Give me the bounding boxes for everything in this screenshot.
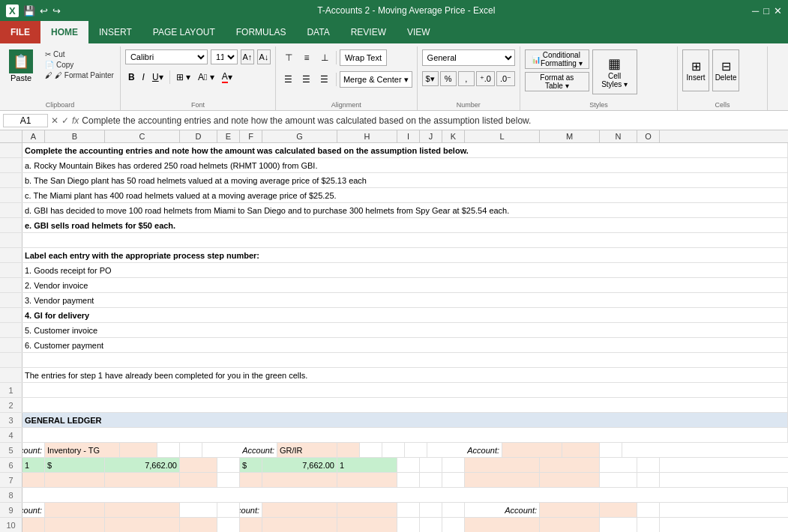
cell[interactable] [45,503,105,517]
cell[interactable] [637,473,660,487]
confirm-formula-icon[interactable]: ✓ [61,115,69,126]
cell[interactable] [262,473,337,487]
cell[interactable] [22,473,45,487]
cell[interactable] [637,518,660,532]
cell[interactable] [22,383,788,397]
cell[interactable]: Account: [22,503,45,517]
col-header-f[interactable]: F [240,130,262,142]
undo-icon[interactable]: ↩ [40,5,48,16]
align-middle-button[interactable]: ≡ [298,50,315,65]
cell[interactable] [465,473,540,487]
col-header-d[interactable]: D [180,130,217,142]
bold-button[interactable]: B [125,70,138,84]
cell[interactable] [22,518,45,532]
underline-button[interactable]: U ▾ [149,70,166,84]
tab-insert[interactable]: INSERT [88,21,142,43]
restore-icon[interactable]: □ [763,5,769,16]
cell[interactable] [180,503,217,517]
col-header-j[interactable]: J [420,130,442,142]
cell[interactable] [420,518,442,532]
cell[interactable]: Complete the accounting entries and note… [22,143,788,157]
cell[interactable] [180,518,217,532]
save-icon[interactable]: 💾 [23,5,35,16]
cell[interactable] [382,443,405,457]
cell[interactable] [22,488,788,502]
cell[interactable]: 5. Customer invoice [22,323,788,337]
conditional-formatting-button[interactable]: 📊 ConditionalFormatting ▾ [525,49,589,69]
cell[interactable]: 1. Goods receipt for PO [22,263,788,277]
cell[interactable] [45,473,105,487]
cell[interactable]: 2. Vendor invoice [22,278,788,292]
cell[interactable]: Account: [240,503,262,517]
merge-center-button[interactable]: Merge & Center▾ [340,71,412,88]
cell[interactable] [420,458,442,472]
wrap-text-button[interactable]: Wrap Text [340,49,387,66]
cancel-formula-icon[interactable]: ✕ [51,115,58,126]
cell[interactable]: Account: [202,443,277,457]
close-icon[interactable]: ✕ [774,5,782,16]
number-format-select[interactable]: General [422,49,516,66]
align-right-button[interactable]: ☰ [316,72,333,87]
cut-button[interactable]: ✂ Cut [43,49,115,59]
cell[interactable] [540,473,600,487]
cell[interactable] [420,503,442,517]
align-top-button[interactable]: ⊤ [280,50,297,65]
tab-file[interactable]: FILE [0,21,40,43]
format-as-table-button[interactable]: Format asTable ▾ [525,72,589,91]
cell[interactable]: a. Rocky Mountain Bikes has ordered 250 … [22,158,788,172]
align-left-button[interactable]: ☰ [280,72,297,87]
cell[interactable] [105,518,180,532]
font-size-select[interactable]: 11 [211,49,238,64]
cell[interactable]: GENERAL LEDGER [22,413,788,427]
font-shrink-button[interactable]: A↓ [257,49,271,64]
border-button[interactable]: ⊞ ▾ [173,70,193,84]
cell-reference-input[interactable] [3,114,48,127]
cell[interactable]: 3. Vendor payment [22,293,788,307]
cell[interactable]: Label each entry with the appropriate pr… [22,248,788,262]
align-bottom-button[interactable]: ⊥ [316,50,333,65]
cell[interactable] [105,473,180,487]
cell[interactable] [337,518,397,532]
cell[interactable] [217,473,240,487]
cell[interactable] [600,503,637,517]
cell[interactable] [217,518,240,532]
copy-button[interactable]: 📄 Copy [43,60,115,70]
col-header-o[interactable]: O [637,130,660,142]
cell[interactable] [540,518,600,532]
font-color-button[interactable]: A ▾ [219,70,235,85]
cell[interactable] [600,473,637,487]
cell[interactable] [397,458,420,472]
tab-page-layout[interactable]: PAGE LAYOUT [142,21,226,43]
cell[interactable] [502,443,562,457]
minimize-icon[interactable]: ─ [752,5,759,16]
col-header-b[interactable]: B [45,130,105,142]
cell[interactable]: GR/IR [277,443,337,457]
font-name-select[interactable]: Calibri [125,49,208,64]
currency-button[interactable]: $▾ [422,71,439,86]
cell[interactable]: d. GBI has decided to move 100 road helm… [22,203,788,217]
cell[interactable]: Account: [465,503,540,517]
decrease-decimal-button[interactable]: ⁺.0 [476,71,495,86]
font-grow-button[interactable]: A↑ [241,49,254,64]
cell[interactable]: c. The Miami plant has 400 road helmets … [22,188,788,202]
cell[interactable] [442,503,465,517]
col-header-m[interactable]: M [540,130,600,142]
cell[interactable] [637,503,660,517]
cell[interactable]: $ [45,458,105,472]
col-header-l[interactable]: L [465,130,540,142]
cell[interactable] [562,443,600,457]
cell[interactable] [22,428,788,442]
cell[interactable]: e. GBI sells road helmets for $50 each. [22,218,788,232]
col-header-c[interactable]: C [105,130,180,142]
cell[interactable] [217,458,240,472]
col-header-i[interactable]: I [397,130,420,142]
cell[interactable]: $ [240,458,262,472]
cell[interactable] [397,503,420,517]
cell[interactable] [240,518,262,532]
cell[interactable] [262,518,337,532]
cell[interactable] [600,458,637,472]
delete-button[interactable]: ⊟ Delete [712,49,739,91]
tab-review[interactable]: REVIEW [340,21,397,43]
col-header-n[interactable]: N [600,130,637,142]
cell[interactable] [420,473,442,487]
